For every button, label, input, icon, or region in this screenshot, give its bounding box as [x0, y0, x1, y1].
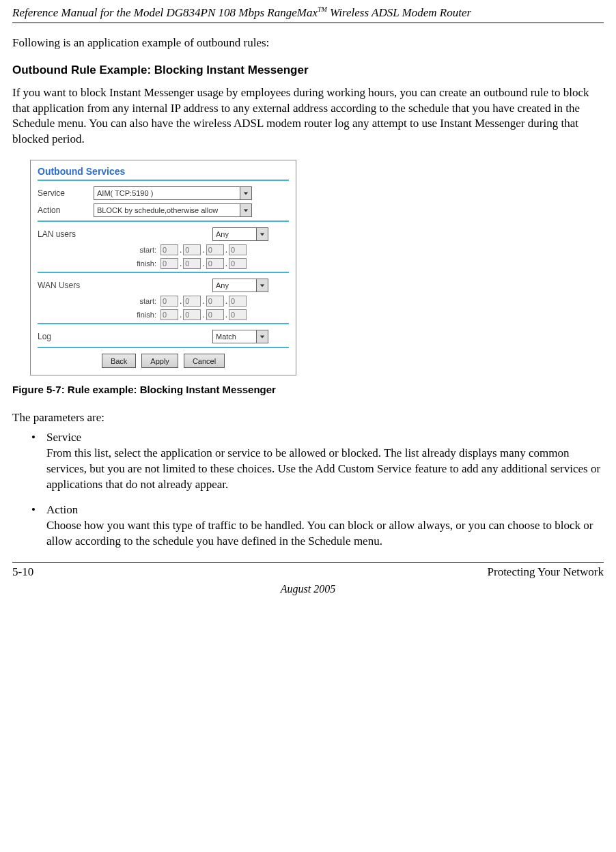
param-action-title: Action [46, 503, 78, 516]
svg-marker-3 [260, 285, 264, 287]
page-header: Reference Manual for the Model DG834PN 1… [12, 5, 604, 20]
wan-users-select-value: Any [213, 281, 256, 289]
wan-start-octet-3[interactable] [206, 296, 224, 307]
list-item: Action Choose how you want this type of … [31, 502, 604, 550]
service-label: Service [38, 188, 94, 198]
apply-button[interactable]: Apply [141, 354, 178, 368]
action-select[interactable]: BLOCK by schedule,otherwise allow [94, 203, 252, 217]
section-heading: Outbound Rule Example: Blocking Instant … [12, 63, 604, 77]
log-label: Log [38, 332, 94, 341]
footer-date: August 2005 [12, 583, 604, 595]
log-select[interactable]: Match [212, 330, 268, 343]
wan-finish-octet-4[interactable] [229, 309, 247, 320]
lan-finish-label: finish: [38, 259, 160, 268]
param-service-title: Service [46, 431, 81, 444]
button-row: Back Apply Cancel [38, 354, 289, 368]
chevron-down-icon [256, 228, 268, 240]
action-row: Action BLOCK by schedule,otherwise allow [38, 203, 289, 217]
outbound-services-panel: Outbound Services Service AIM( TCP:5190 … [30, 160, 296, 375]
lan-users-select[interactable]: Any [212, 227, 268, 241]
action-select-value: BLOCK by schedule,otherwise allow [94, 206, 240, 214]
wan-finish-label: finish: [38, 311, 160, 319]
lan-users-select-value: Any [213, 230, 256, 238]
lan-finish-octet-1[interactable] [160, 258, 178, 269]
intro-line: Following is an application example of o… [12, 36, 604, 51]
svg-marker-1 [244, 210, 248, 212]
wan-start-octet-1[interactable] [160, 296, 178, 307]
wan-finish-row: finish: . . . [38, 309, 289, 320]
parameters-list: Service From this list, select the appli… [12, 430, 604, 550]
wan-finish-octet-1[interactable] [160, 309, 178, 320]
list-item: Service From this list, select the appli… [31, 430, 604, 493]
cancel-button[interactable]: Cancel [184, 354, 225, 368]
footer-row: 5-10 Protecting Your Network [12, 565, 604, 579]
lan-users-row: LAN users Any [38, 227, 289, 241]
lan-start-octet-4[interactable] [229, 244, 247, 255]
svg-marker-2 [260, 233, 264, 236]
service-select[interactable]: AIM( TCP:5190 ) [94, 186, 252, 200]
panel-divider-4 [38, 347, 289, 348]
page-number: 5-10 [12, 565, 33, 579]
wan-start-row: start: . . . [38, 296, 289, 307]
panel-divider-2 [38, 272, 289, 273]
wan-start-octet-2[interactable] [183, 296, 201, 307]
panel-divider-1 [38, 221, 289, 222]
header-title-tm: TM [318, 5, 327, 13]
wan-finish-octet-2[interactable] [183, 309, 201, 320]
chevron-down-icon [240, 204, 251, 216]
footer-divider [12, 562, 604, 563]
lan-users-label: LAN users [38, 229, 94, 239]
header-divider [12, 23, 604, 23]
lan-start-label: start: [38, 246, 160, 254]
lan-start-row: start: . . . [38, 244, 289, 255]
panel-divider-3 [38, 323, 289, 324]
back-button[interactable]: Back [102, 354, 136, 368]
wan-start-label: start: [38, 297, 160, 305]
log-select-value: Match [213, 332, 256, 341]
params-intro: The parameters are: [12, 410, 604, 426]
chevron-down-icon [256, 330, 268, 343]
footer-section: Protecting Your Network [488, 565, 604, 579]
lan-finish-octet-2[interactable] [183, 258, 201, 269]
wan-start-octet-4[interactable] [229, 296, 247, 307]
param-service-body: From this list, select the application o… [46, 446, 600, 491]
wan-users-row: WAN Users Any [38, 279, 289, 292]
chevron-down-icon [256, 279, 268, 292]
panel-divider-top [38, 180, 289, 181]
figure-caption: Figure 5-7: Rule example: Blocking Insta… [12, 384, 604, 395]
svg-marker-4 [260, 336, 264, 339]
chevron-down-icon [240, 187, 251, 199]
panel-title: Outbound Services [38, 166, 289, 177]
param-action-body: Choose how you want this type of traffic… [46, 519, 593, 548]
service-row: Service AIM( TCP:5190 ) [38, 186, 289, 200]
header-title-prefix: Reference Manual for the Model DG834PN 1… [12, 6, 318, 19]
example-paragraph: If you want to block Instant Messenger u… [12, 85, 604, 148]
svg-marker-0 [244, 193, 248, 195]
wan-users-label: WAN Users [38, 281, 94, 290]
lan-start-octet-2[interactable] [183, 244, 201, 255]
wan-users-select[interactable]: Any [212, 279, 268, 292]
log-row: Log Match [38, 330, 289, 343]
header-title-suffix: Wireless ADSL Modem Router [327, 6, 471, 19]
lan-start-octet-1[interactable] [160, 244, 178, 255]
lan-start-octet-3[interactable] [206, 244, 224, 255]
lan-finish-row: finish: . . . [38, 258, 289, 269]
wan-finish-octet-3[interactable] [206, 309, 224, 320]
lan-finish-octet-4[interactable] [229, 258, 247, 269]
service-select-value: AIM( TCP:5190 ) [94, 189, 240, 197]
action-label: Action [38, 205, 94, 215]
lan-finish-octet-3[interactable] [206, 258, 224, 269]
